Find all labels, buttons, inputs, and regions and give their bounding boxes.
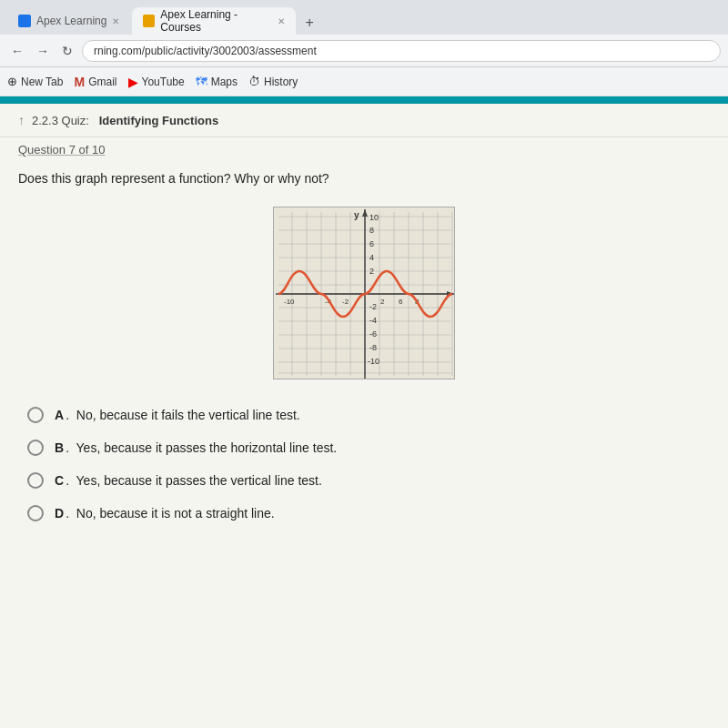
- bookmark-youtube-label: YouTube: [142, 76, 185, 88]
- quiz-title: Identifying Functions: [99, 114, 218, 127]
- svg-text:-2: -2: [369, 302, 377, 311]
- address-bar[interactable]: rning.com/public/activity/3002003/assess…: [82, 40, 721, 62]
- answer-c-letter: C: [55, 473, 64, 488]
- answer-d-content: No, because it is not a straight line.: [76, 506, 275, 521]
- radio-c[interactable]: [27, 472, 44, 489]
- svg-text:-10: -10: [368, 357, 379, 366]
- svg-text:6: 6: [399, 298, 403, 306]
- answers-section: A. No, because it fails the vertical lin…: [0, 398, 728, 531]
- svg-text:-8: -8: [369, 343, 377, 352]
- browser-tab-1[interactable]: Apex Learning ✕: [7, 7, 130, 35]
- quiz-section-label: 2.2.3 Quiz:: [32, 114, 89, 127]
- bookmark-gmail[interactable]: M Gmail: [74, 75, 116, 89]
- answer-a-letter: A: [55, 408, 64, 422]
- graph-box: 10 8 6 4 2 -2 -4 -6 -8 -10 -10 -4 -2 2 6: [273, 207, 455, 379]
- answer-c-text: C. Yes, because it passes the vertical l…: [55, 473, 322, 488]
- browser-tab-2[interactable]: Apex Learning - Courses ✕: [132, 7, 296, 35]
- bookmark-maps-label: Maps: [211, 76, 238, 88]
- tab-bar: Apex Learning ✕ Apex Learning - Courses …: [0, 0, 728, 35]
- answer-b-content: Yes, because it passes the horizontal li…: [76, 440, 338, 455]
- svg-text:4: 4: [369, 253, 374, 262]
- quiz-header: ↑ 2.2.3 Quiz: Identifying Functions: [0, 104, 728, 137]
- radio-b[interactable]: [27, 440, 44, 456]
- answer-choice-d[interactable]: D. No, because it is not a straight line…: [27, 505, 701, 521]
- radio-d[interactable]: [27, 505, 44, 521]
- forward-button[interactable]: →: [33, 42, 53, 60]
- page-content: ↑ 2.2.3 Quiz: Identifying Functions Ques…: [0, 104, 728, 728]
- radio-a[interactable]: [27, 407, 44, 423]
- browser-frame: Apex Learning ✕ Apex Learning - Courses …: [0, 0, 728, 728]
- bookmark-history-label: History: [264, 76, 298, 88]
- quiz-section: 2.2.3 Quiz: Identifying Functions: [32, 114, 218, 127]
- answer-b-text: B. Yes, because it passes the horizontal…: [55, 440, 337, 455]
- bookmark-maps[interactable]: 🗺 Maps: [196, 75, 238, 88]
- tab2-close-icon[interactable]: ✕: [278, 16, 285, 26]
- history-icon: ⏱: [248, 75, 260, 88]
- answer-a-text: A. No, because it fails the vertical lin…: [55, 408, 300, 422]
- svg-text:-2: -2: [342, 298, 349, 306]
- answer-b-letter: B: [55, 440, 64, 455]
- answer-choice-a[interactable]: A. No, because it fails the vertical lin…: [27, 407, 701, 423]
- svg-text:10: 10: [369, 213, 379, 222]
- tab1-close-icon[interactable]: ✕: [112, 16, 119, 26]
- svg-text:2: 2: [380, 298, 385, 306]
- bookmark-history[interactable]: ⏱ History: [248, 75, 298, 88]
- y-axis-label: y: [354, 210, 359, 220]
- bookmarks-bar: ⊕ New Tab M Gmail ▶ YouTube 🗺 Maps ⏱ His…: [0, 67, 728, 96]
- graph-container: 10 8 6 4 2 -2 -4 -6 -8 -10 -10 -4 -2 2 6: [0, 197, 728, 398]
- answer-choice-b[interactable]: B. Yes, because it passes the horizontal…: [27, 440, 701, 456]
- youtube-icon: ▶: [128, 75, 138, 89]
- tab2-favicon: [143, 15, 155, 27]
- breadcrumb-icon: ↑: [18, 113, 25, 127]
- tab1-label: Apex Learning: [36, 15, 106, 27]
- graph-svg: 10 8 6 4 2 -2 -4 -6 -8 -10 -10 -4 -2 2 6: [274, 207, 455, 379]
- question-counter: Question 7 of 10: [0, 137, 728, 157]
- bookmark-gmail-label: Gmail: [88, 76, 116, 88]
- answer-d-letter: D: [55, 506, 64, 521]
- new-tab-icon: ⊕: [7, 75, 17, 88]
- back-button[interactable]: ←: [7, 42, 27, 60]
- svg-text:-4: -4: [369, 316, 377, 325]
- address-bar-row: ← → ↻ rning.com/public/activity/3002003/…: [0, 35, 728, 67]
- bookmark-youtube[interactable]: ▶ YouTube: [128, 75, 185, 89]
- svg-text:8: 8: [369, 226, 374, 235]
- answer-choice-c[interactable]: C. Yes, because it passes the vertical l…: [27, 472, 701, 489]
- svg-text:-10: -10: [284, 298, 295, 306]
- svg-marker-27: [362, 209, 368, 217]
- answer-a-content: No, because it fails the vertical line t…: [76, 408, 300, 422]
- tab2-label: Apex Learning - Courses: [160, 8, 272, 34]
- maps-icon: 🗺: [196, 75, 207, 88]
- svg-text:6: 6: [369, 239, 374, 248]
- bookmark-new-tab-label: New Tab: [21, 76, 63, 88]
- new-tab-button[interactable]: +: [298, 11, 320, 35]
- gmail-icon: M: [74, 75, 85, 89]
- bookmark-new-tab[interactable]: ⊕ New Tab: [7, 75, 63, 88]
- svg-text:2: 2: [369, 267, 374, 276]
- svg-text:-6: -6: [369, 329, 377, 339]
- tab1-favicon: [18, 15, 31, 27]
- answer-c-content: Yes, because it passes the vertical line…: [76, 473, 322, 488]
- teal-accent-bar: [0, 96, 728, 104]
- question-text: Does this graph represent a function? Wh…: [0, 157, 728, 197]
- answer-d-text: D. No, because it is not a straight line…: [55, 506, 275, 521]
- reload-button[interactable]: ↻: [58, 42, 76, 60]
